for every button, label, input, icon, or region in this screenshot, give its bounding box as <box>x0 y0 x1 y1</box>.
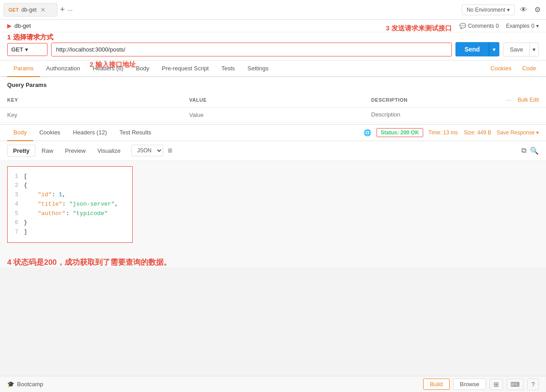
key-column-header: KEY <box>0 93 182 108</box>
code-line-7: 7] <box>15 228 125 237</box>
request-tabs-row: Params Authorization Headers (6) Body Pr… <box>0 60 546 77</box>
response-area: Body Cookies Headers (12) Test Results 🌐… <box>0 124 546 268</box>
search-button[interactable]: 🔍 <box>530 146 539 155</box>
breadcrumb-row: ▶ db-get 1 选择请求方式 💬 Comments 0 Examples … <box>0 20 546 32</box>
tab-close-button[interactable]: ✕ <box>39 6 47 13</box>
format-select[interactable]: JSON XML HTML <box>131 145 163 156</box>
copy-button[interactable]: ⧉ <box>521 146 526 155</box>
url-input-wrapper <box>51 43 452 56</box>
examples-label: Examples <box>506 23 530 29</box>
save-response-button[interactable]: Save Response ▾ <box>497 129 539 136</box>
method-dropdown-icon: ▾ <box>25 46 28 53</box>
help-button[interactable]: ? <box>527 379 539 390</box>
cv-tab-raw[interactable]: Raw <box>36 145 59 156</box>
bulk-edit-button[interactable]: Bulk Edit <box>518 97 539 103</box>
tab-more-button[interactable]: ··· <box>68 6 73 13</box>
tab-pre-request[interactable]: Pre-request Script <box>156 60 215 77</box>
build-button[interactable]: Build <box>423 379 450 390</box>
url-input[interactable] <box>52 43 451 56</box>
key-input[interactable] <box>7 112 175 118</box>
annotation-3-label: 3 发送请求来测试接口 <box>386 24 452 33</box>
bootcamp-icon: 🎓 <box>7 381 14 388</box>
settings-icon-button[interactable]: ⚙ <box>533 4 542 16</box>
response-tabs-row: Body Cookies Headers (12) Test Results 🌐… <box>0 125 546 141</box>
response-info: 🌐 Status: 200 OK Time: 13 ms Size: 449 B… <box>364 128 539 137</box>
code-line-4: 4 "title": "json-server", <box>15 200 125 209</box>
cv-tab-pretty[interactable]: Pretty <box>7 145 35 157</box>
method-select-label: GET <box>11 46 23 53</box>
value-input[interactable] <box>189 112 357 118</box>
json-code-block: 1[ 2{ 3 "id": 1, 4 "title": "json-server… <box>7 166 133 243</box>
comments-examples-area: 💬 Comments 0 Examples 0 ▾ <box>459 23 539 29</box>
params-more-button[interactable]: ··· <box>506 96 511 103</box>
code-view-tabs: Pretty Raw Preview Visualize JSON XML HT… <box>0 141 546 161</box>
resp-tab-cookies[interactable]: Cookies <box>33 125 67 141</box>
code-line-1: 1[ <box>15 172 125 181</box>
env-label: No Environment <box>467 7 505 13</box>
annotation-1-label: 1 选择请求方式 <box>7 33 53 42</box>
top-bar: GET db-get ✕ + ··· No Environment ▾ 👁 ⚙ <box>0 0 546 20</box>
tab-authorization[interactable]: Authorization <box>40 60 87 77</box>
comments-label: Comments <box>468 23 494 29</box>
env-dropdown-icon: ▾ <box>507 7 510 13</box>
resp-tab-headers[interactable]: Headers (12) <box>67 125 113 141</box>
desc-column-header: DESCRIPTION ··· Bulk Edit <box>364 93 546 108</box>
examples-count: 0 <box>531 23 534 29</box>
save-dropdown-button[interactable]: ▾ <box>529 43 538 56</box>
environment-selector[interactable]: No Environment ▾ <box>462 4 515 15</box>
description-input[interactable] <box>371 111 539 118</box>
tab-settings[interactable]: Settings <box>241 60 275 77</box>
top-right-area: No Environment ▾ 👁 ⚙ <box>462 4 542 16</box>
annotation-4: 4 状态码是200，成功获取到了需要查询的数据。 <box>7 257 539 267</box>
wrap-button[interactable]: ≡ <box>168 146 173 155</box>
send-button[interactable]: Send <box>455 42 489 56</box>
keyboard-button[interactable]: ⌨ <box>507 379 524 390</box>
code-line-6: 6} <box>15 218 125 228</box>
status-badge: Status: 200 OK <box>377 128 423 137</box>
query-params-section: Query Params KEY VALUE DESCRIPTION ··· B… <box>0 77 546 124</box>
save-button[interactable]: Save <box>503 43 529 56</box>
tab-method-label: GET <box>9 7 19 13</box>
resp-tab-test-results[interactable]: Test Results <box>113 125 157 141</box>
time-info: Time: 13 ms Size: 449 B <box>429 129 491 136</box>
cookies-link[interactable]: Cookies <box>488 60 514 76</box>
code-line-3: 3 "id": 1, <box>15 190 125 200</box>
bottom-bar: 🎓 Bootcamp Build Browse ⊞ ⌨ ? <box>0 376 546 392</box>
request-tab[interactable]: GET db-get ✕ <box>4 3 57 17</box>
tab-name-label: db-get <box>22 7 37 13</box>
tab-right-actions: Cookies Code <box>488 60 539 76</box>
resp-tab-body[interactable]: Body <box>7 125 33 141</box>
eye-icon-button[interactable]: 👁 <box>518 4 529 16</box>
params-table: KEY VALUE DESCRIPTION ··· Bulk Edit <box>0 93 546 122</box>
code-line-2: 2{ <box>15 181 125 190</box>
comments-button[interactable]: 💬 Comments 0 <box>459 23 499 29</box>
params-empty-row <box>0 108 546 122</box>
globe-button[interactable]: 🌐 <box>364 129 371 136</box>
query-params-title: Query Params <box>0 77 546 93</box>
bootcamp-button[interactable]: 🎓 Bootcamp <box>7 381 43 388</box>
browse-button[interactable]: Browse <box>453 379 486 390</box>
annotation-2-label: 2 输入接口地址 <box>90 60 136 69</box>
url-bar-row: 1 选择请求方式 GET ▾ 3 发送请求来测试接口 Send ▾ Save ▾ <box>0 32 546 60</box>
save-button-group: Save ▾ <box>503 43 539 56</box>
layout-button[interactable]: ⊞ <box>490 379 503 390</box>
breadcrumb-label: db-get <box>14 22 31 29</box>
examples-button[interactable]: Examples 0 ▾ <box>506 23 539 29</box>
cv-tab-visualize[interactable]: Visualize <box>92 145 126 156</box>
comment-icon: 💬 <box>459 23 466 29</box>
breadcrumb-arrow: ▶ <box>7 22 12 29</box>
code-output-area: 1[ 2{ 3 "id": 1, 4 "title": "json-server… <box>0 161 546 249</box>
code-link[interactable]: Code <box>520 60 539 76</box>
comments-count: 0 <box>496 23 499 29</box>
code-view-actions: ⧉ 🔍 <box>521 146 539 155</box>
examples-dropdown-icon: ▾ <box>536 23 539 29</box>
method-select-wrapper[interactable]: GET ▾ <box>7 43 48 56</box>
bootcamp-label: Bootcamp <box>17 381 43 388</box>
tab-params[interactable]: Params <box>7 60 40 77</box>
cv-tab-preview[interactable]: Preview <box>60 145 91 156</box>
tab-tests[interactable]: Tests <box>215 60 241 77</box>
new-tab-button[interactable]: + <box>60 5 65 14</box>
value-column-header: VALUE <box>182 93 364 108</box>
send-button-group: Send ▾ <box>455 42 499 56</box>
send-dropdown-button[interactable]: ▾ <box>489 42 499 56</box>
